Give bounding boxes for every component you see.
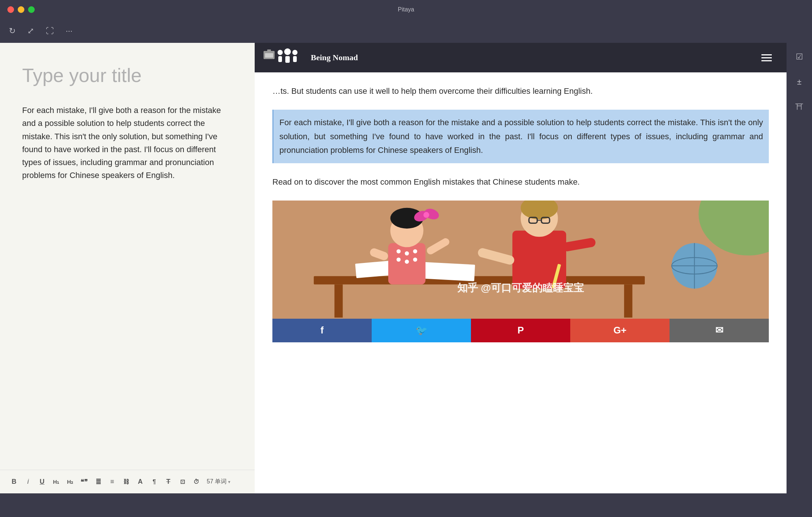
strikethrough-icon[interactable]: T — [165, 478, 172, 486]
svg-point-21 — [405, 251, 409, 256]
h2-icon[interactable]: H₂ — [66, 479, 74, 485]
facebook-button[interactable]: f — [272, 319, 372, 342]
fullscreen-icon[interactable]: ⛶ — [46, 26, 54, 36]
article-content: …ts. But students can use it well to hel… — [255, 72, 787, 354]
article-intro: …ts. But students can use it well to hel… — [272, 84, 769, 98]
article-read-on: Read on to discover the most common Engl… — [272, 175, 769, 189]
highlighted-text: For each mistake, I'll give both a reaso… — [279, 118, 763, 155]
right-sidebar: ☑ ± ⛩ — [787, 43, 812, 493]
facebook-icon: f — [320, 325, 324, 336]
watermark-text: 知乎 @可口可爱的瞌睡宝宝 — [457, 281, 584, 295]
svg-point-3 — [278, 50, 283, 55]
svg-point-24 — [405, 260, 409, 264]
twitter-icon: 🐦 — [416, 325, 427, 336]
svg-point-5 — [284, 48, 291, 55]
editor-title-placeholder[interactable]: Type your title — [22, 65, 233, 86]
formula-icon[interactable]: ± — [791, 74, 808, 90]
google-plus-icon: G+ — [613, 325, 626, 336]
underline-icon[interactable]: U — [38, 478, 46, 486]
bottom-toolbar: B i U H₁ H₂ ❝❞ ≣ ≡ ⛓ A ¶ T ⊡ ⏱ 57 单词 ▾ — [0, 470, 255, 493]
italic-icon[interactable]: i — [24, 478, 32, 486]
hamburger-line-3 — [761, 60, 772, 61]
app-title: Pitaya — [398, 6, 414, 13]
social-bar: f 🐦 P G+ ✉ — [272, 319, 769, 342]
intro-text: …ts. But students can use it well to hel… — [272, 86, 593, 96]
twitter-button[interactable]: 🐦 — [372, 319, 471, 342]
minimize-button[interactable] — [18, 6, 24, 13]
editor-panel: Type your title For each mistake, I'll g… — [0, 43, 255, 493]
editor-body-text[interactable]: For each mistake, I'll give both a reaso… — [22, 104, 233, 182]
svg-rect-33 — [512, 230, 566, 288]
web-header: Being Nomad — [255, 43, 787, 72]
image-icon[interactable]: ⊡ — [179, 478, 186, 485]
maximize-button[interactable] — [28, 6, 35, 13]
svg-rect-2 — [265, 53, 273, 58]
svg-rect-19 — [388, 243, 426, 284]
bullet-list-icon[interactable]: ≣ — [94, 478, 102, 486]
web-logo: Being Nomad — [264, 48, 358, 67]
google-plus-button[interactable]: G+ — [570, 319, 670, 342]
svg-rect-11 — [334, 284, 343, 318]
bold-icon[interactable]: B — [10, 478, 18, 486]
hamburger-line-1 — [761, 54, 772, 55]
email-icon: ✉ — [715, 325, 723, 336]
refresh-icon[interactable]: ↻ — [9, 26, 16, 36]
h1-icon[interactable]: H₁ — [52, 479, 60, 485]
web-content: Being Nomad …ts. But students can use it… — [255, 43, 787, 493]
close-button[interactable] — [7, 6, 14, 13]
logo-text: Being Nomad — [311, 53, 358, 62]
logo-icon — [264, 48, 308, 67]
svg-point-30 — [423, 212, 429, 218]
hamburger-menu[interactable] — [761, 49, 778, 66]
teacher-student-image — [272, 201, 769, 319]
link-icon[interactable]: ⛓ — [123, 479, 130, 485]
title-bar: Pitaya — [0, 0, 812, 19]
word-count: 57 单词 ▾ — [207, 478, 230, 486]
pinterest-icon: P — [517, 325, 524, 336]
hamburger-line-2 — [761, 57, 772, 58]
main-toolbar: ↻ ⤢ ⛶ ··· — [0, 19, 812, 43]
article-highlighted-paragraph: For each mistake, I'll give both a reaso… — [272, 110, 769, 163]
svg-rect-8 — [293, 56, 297, 62]
word-count-chevron[interactable]: ▾ — [228, 479, 230, 485]
email-button[interactable]: ✉ — [670, 319, 769, 342]
svg-point-25 — [413, 257, 417, 261]
read-on-text: Read on to discover the most common Engl… — [272, 177, 580, 186]
article-image: 知乎 @可口可爱的瞌睡宝宝 — [272, 201, 769, 319]
quote-icon[interactable]: ❝❞ — [80, 478, 88, 486]
pinterest-button[interactable]: P — [471, 319, 570, 342]
share-icon[interactable]: ⤢ — [27, 26, 34, 36]
svg-point-20 — [396, 249, 400, 253]
svg-point-7 — [292, 50, 297, 55]
web-panel: Being Nomad …ts. But students can use it… — [255, 43, 812, 493]
svg-rect-12 — [624, 284, 632, 318]
checkbox-icon[interactable]: ☑ — [791, 49, 808, 65]
svg-point-23 — [396, 257, 400, 261]
svg-rect-6 — [285, 56, 290, 63]
svg-rect-4 — [278, 56, 282, 62]
numbered-list-icon[interactable]: ≡ — [109, 478, 116, 486]
temple-icon[interactable]: ⛩ — [791, 99, 808, 115]
text-color-icon[interactable]: A — [137, 478, 144, 486]
svg-rect-1 — [267, 49, 271, 52]
paragraph-icon[interactable]: ¶ — [151, 479, 158, 485]
traffic-lights — [7, 6, 35, 13]
main-area: Type your title For each mistake, I'll g… — [0, 43, 812, 493]
timer-icon[interactable]: ⏱ — [193, 479, 200, 485]
svg-point-22 — [413, 249, 417, 253]
more-icon[interactable]: ··· — [66, 26, 72, 36]
